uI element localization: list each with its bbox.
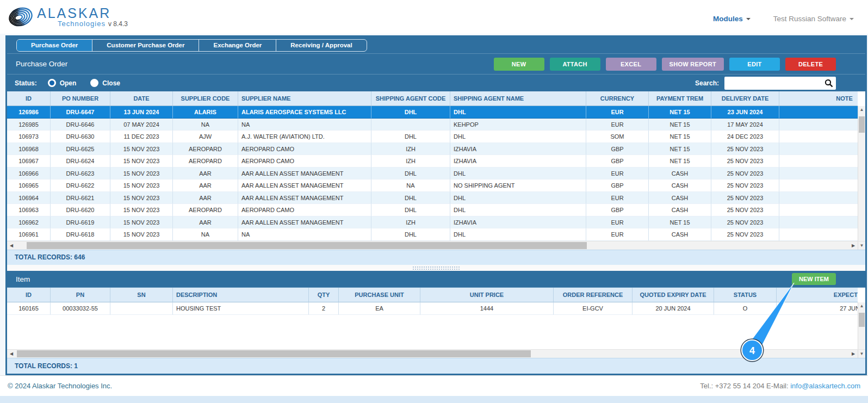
item-hscroll-track[interactable]	[16, 350, 849, 358]
scroll-up-arrow-icon[interactable]: ▲	[858, 302, 865, 310]
new-item-button[interactable]: NEW ITEM	[792, 273, 836, 285]
table-cell: DHL	[371, 106, 450, 119]
table-row[interactable]: 126986DRU-664713 JUN 2024ALARISALARIS AE…	[7, 106, 858, 119]
table-row[interactable]: 106962DRU-661915 NOV 2023AARAAR AALLEN A…	[7, 216, 858, 229]
col-pn[interactable]: PN	[51, 288, 110, 302]
col-currency[interactable]: CURRENCY	[586, 91, 649, 106]
col-date[interactable]: DATE	[110, 91, 173, 106]
table-cell: 106966	[7, 168, 51, 180]
table-cell: NET 15	[649, 106, 711, 119]
search-input[interactable]	[724, 77, 836, 90]
table-row[interactable]: 106961DRU-661815 NOV 2023NANADHLDHLEURCA…	[7, 228, 858, 241]
col-description[interactable]: DESCRIPTION	[173, 288, 309, 302]
col-supplier-name[interactable]: SUPPLIER NAME	[238, 91, 371, 106]
email-link[interactable]: info@alaskartech.com	[790, 382, 860, 390]
panel-resize-handle[interactable]	[413, 266, 460, 270]
page-title: Purchase Order	[16, 60, 67, 68]
scroll-left-arrow-icon[interactable]: ◀	[7, 241, 16, 250]
table-cell: 07 MAY 2024	[110, 119, 173, 131]
table-cell: 00033032-55	[51, 302, 110, 315]
col-sn[interactable]: SN	[110, 288, 173, 302]
col-shipping-agent-name[interactable]: SHIPPING AGENT NAME	[450, 91, 586, 106]
po-table-header: IDPO NUMBERDATESUPPLIER CODESUPPLIER NAM…	[7, 91, 858, 106]
user-menu[interactable]: Test Russian Software	[773, 15, 854, 23]
po-vscroll-thumb[interactable]	[859, 116, 865, 133]
table-cell: DHL	[450, 131, 586, 143]
table-cell: DHL	[450, 168, 586, 180]
table-cell: 160165	[7, 302, 51, 315]
modules-menu[interactable]: Modules	[713, 15, 751, 23]
item-vertical-scrollbar[interactable]: ▲	[858, 302, 865, 349]
chevron-down-icon	[850, 18, 854, 20]
table-row[interactable]: 106973DRU-663011 DEC 2023AJWA.J. WALTER …	[7, 131, 858, 143]
tab-customer-purchase-order[interactable]: Customer Purchase Order	[92, 40, 199, 51]
table-cell: 106968	[7, 143, 51, 156]
col-shipping-agent-code[interactable]: SHIPPING AGENT CODE	[371, 91, 450, 106]
scroll-down-arrow-icon[interactable]: ▼	[858, 241, 865, 250]
col-status[interactable]: STATUS	[714, 288, 777, 302]
table-row[interactable]: 16016500033032-55HOUSING TEST2EA1444EI-G…	[7, 302, 858, 315]
col-delivery-date[interactable]: DELIVERY DATE	[711, 91, 779, 106]
table-cell: 24 DEC 2023	[711, 131, 779, 143]
status-radio-open[interactable]: Open	[48, 79, 77, 87]
table-cell: AEROPARD CAMO	[238, 155, 371, 168]
po-horizontal-scrollbar[interactable]: ◀ ▶ ▼	[7, 241, 865, 250]
item-horizontal-scrollbar[interactable]: ◀ ▶ ▼	[7, 349, 865, 358]
po-table-body: 126986DRU-664713 JUN 2024ALARISALARIS AE…	[7, 106, 858, 241]
tab-bar: Purchase OrderCustomer Purchase OrderExc…	[7, 37, 865, 54]
col-po-number[interactable]: PO NUMBER	[51, 91, 110, 106]
item-section-title: Item	[16, 275, 30, 283]
po-hscroll-thumb[interactable]	[27, 242, 587, 249]
table-row[interactable]: 126985DRU-664607 MAY 2024NANAKEHPOPEURNE…	[7, 119, 858, 131]
table-row[interactable]: 106964DRU-662115 NOV 2023AARAAR AALLEN A…	[7, 192, 858, 204]
table-row[interactable]: 106968DRU-662515 NOV 2023AEROPARDAEROPAR…	[7, 143, 858, 156]
excel-button[interactable]: EXCEL	[606, 58, 656, 71]
attach-button[interactable]: ATTACH	[550, 58, 600, 71]
col-id[interactable]: ID	[7, 288, 51, 302]
new-button[interactable]: NEW	[494, 58, 544, 71]
col-expected[interactable]: EXPECTED	[777, 288, 858, 302]
col-payment-trem[interactable]: PAYMENT TREM	[649, 91, 711, 106]
scroll-right-arrow-icon[interactable]: ▶	[849, 350, 858, 358]
table-cell: 15 NOV 2023	[110, 192, 173, 204]
col-qty[interactable]: QTY	[309, 288, 339, 302]
col-purchase-unit[interactable]: PURCHASE UNIT	[339, 288, 420, 302]
panel-resize-gap	[7, 265, 865, 271]
table-cell: CASH	[649, 192, 711, 204]
table-cell: AEROPARD CAMO	[238, 204, 371, 216]
delete-button[interactable]: DELETE	[785, 58, 836, 71]
status-radio-close[interactable]: Close	[90, 79, 120, 87]
item-vscroll-thumb[interactable]	[859, 313, 865, 327]
user-menu-label: Test Russian Software	[773, 15, 846, 23]
search-icon[interactable]	[824, 79, 833, 88]
table-row[interactable]: 106966DRU-662315 NOV 2023AARAAR AALLEN A…	[7, 168, 858, 180]
po-hscroll-track[interactable]	[16, 241, 849, 250]
table-cell: CASH	[649, 204, 711, 216]
col-unit-price[interactable]: UNIT PRICE	[420, 288, 554, 302]
table-row[interactable]: 106965DRU-662215 NOV 2023AARAAR AALLEN A…	[7, 179, 858, 192]
scroll-right-arrow-icon[interactable]: ▶	[849, 241, 858, 250]
col-supplier-code[interactable]: SUPPLIER CODE	[173, 91, 238, 106]
scroll-down-arrow-icon[interactable]: ▼	[858, 350, 865, 358]
po-vertical-scrollbar[interactable]: ▲	[858, 106, 865, 241]
col-id[interactable]: ID	[7, 91, 51, 106]
scroll-up-arrow-icon[interactable]: ▲	[858, 106, 865, 114]
radio-icon[interactable]	[48, 79, 56, 87]
tab-receiving-approval[interactable]: Receiving / Approval	[276, 40, 366, 51]
table-cell: DHL	[450, 204, 586, 216]
table-cell: EUR	[586, 106, 649, 119]
show-report-button[interactable]: SHOW REPORT	[662, 58, 724, 71]
scroll-left-arrow-icon[interactable]: ◀	[7, 350, 16, 358]
item-hscroll-thumb[interactable]	[17, 350, 531, 357]
col-order-reference[interactable]: ORDER REFERENCE	[554, 288, 633, 302]
table-cell	[779, 106, 858, 119]
edit-button[interactable]: EDIT	[729, 58, 780, 71]
col-quoted-expiry-date[interactable]: QUOTED EXPIRY DATE	[633, 288, 714, 302]
radio-icon[interactable]	[90, 79, 98, 87]
table-row[interactable]: 106963DRU-662015 NOV 2023AEROPARDAEROPAR…	[7, 204, 858, 216]
contact-info: Tel.: +372 55 14 204 E-Mail: info@alaska…	[700, 382, 860, 390]
tab-exchange-order[interactable]: Exchange Order	[199, 40, 276, 51]
tab-purchase-order[interactable]: Purchase Order	[17, 40, 92, 51]
col-note[interactable]: NOTE	[779, 91, 858, 106]
table-row[interactable]: 106967DRU-662415 NOV 2023AEROPARDAEROPAR…	[7, 155, 858, 168]
